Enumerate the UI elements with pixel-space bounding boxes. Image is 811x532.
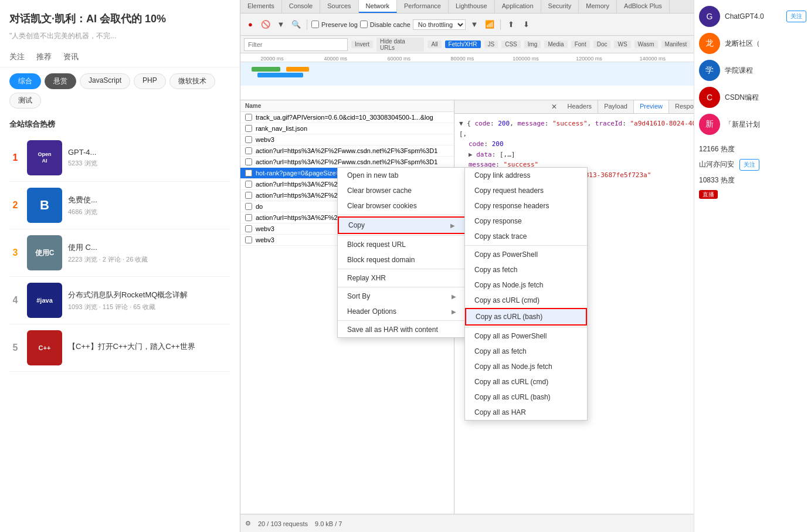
detail-tab-payload[interactable]: Payload <box>598 100 634 113</box>
req-cb-6[interactable] <box>245 170 252 177</box>
wifi-icon[interactable]: 📶 <box>483 18 496 31</box>
hot-item-2[interactable]: 2 B 免费使... 4686 浏览 <box>9 182 230 229</box>
clear-button[interactable]: 🚫 <box>259 18 272 31</box>
follow-shandong-btn[interactable]: 关注 <box>739 159 759 171</box>
upload-icon[interactable]: ⬆ <box>505 18 518 31</box>
filter-tab-test[interactable]: 测试 <box>9 93 41 109</box>
filter-badge-css[interactable]: CSS <box>501 40 521 48</box>
detail-close-btn[interactable]: ✕ <box>547 100 562 113</box>
sub-copy-curl-bash[interactable]: Copy as cURL (bash) <box>465 308 587 326</box>
detail-tab-preview[interactable]: Preview <box>634 100 669 113</box>
json-expand-data[interactable]: ▶ <box>469 151 473 158</box>
filter-badge-hide-data[interactable]: Hide data URLs <box>376 38 424 52</box>
req-cb-9[interactable] <box>245 203 252 210</box>
sub-copy-resp-headers[interactable]: Copy response headers <box>465 198 587 214</box>
sub-copy-req-headers[interactable]: Copy request headers <box>465 183 587 198</box>
disable-cache-input[interactable] <box>360 21 368 28</box>
filter-badge-media[interactable]: Media <box>544 40 567 48</box>
hot-item-5[interactable]: 5 C++ 【C++】打开C++大门，踏入C++世界 <box>9 324 230 372</box>
ctx-block-domain[interactable]: Block request domain <box>338 252 466 267</box>
nav-recommend[interactable]: 推荐 <box>36 52 52 62</box>
download-icon[interactable]: ⬇ <box>520 18 533 31</box>
search-button[interactable]: 🔍 <box>290 18 303 31</box>
req-cb-12[interactable] <box>245 236 252 243</box>
filter-tab-zonghe[interactable]: 综合 <box>9 73 41 89</box>
sub-copy-nodejs-fetch[interactable]: Copy as Node.js fetch <box>465 277 587 293</box>
tab-lighthouse[interactable]: Lighthouse <box>449 0 495 13</box>
filter-badge-js[interactable]: JS <box>484 40 498 48</box>
tab-console[interactable]: Console <box>282 0 320 13</box>
filter-badge-font[interactable]: Font <box>571 40 590 48</box>
detail-tab-headers[interactable]: Headers <box>562 100 599 113</box>
hot-item-1[interactable]: 1 OpenAI GPT-4... 5233 浏览 <box>9 134 230 182</box>
sub-copy-all-nodejs[interactable]: Copy all as Node.js fetch <box>465 359 587 374</box>
sub-copy-fetch[interactable]: Copy as fetch <box>465 262 587 277</box>
sub-copy-response[interactable]: Copy response <box>465 214 587 229</box>
req-item-3[interactable]: webv3 <box>240 134 454 145</box>
req-item-4[interactable]: action?url=https%3A%2F%2Fwww.csdn.net%2F… <box>240 145 454 157</box>
json-expand-root[interactable]: ▼ <box>459 120 463 127</box>
follow-chatgpt-btn[interactable]: 关注 <box>786 11 806 22</box>
tab-sources[interactable]: Sources <box>320 0 358 13</box>
ctx-block-url[interactable]: Block request URL <box>338 237 466 252</box>
filter-tab-xuanshang[interactable]: 悬赏 <box>45 73 76 89</box>
sub-copy-link[interactable]: Copy link address <box>465 168 587 183</box>
req-cb-7[interactable] <box>245 181 252 188</box>
hot-item-4[interactable]: 4 #java 分布式消息队列RocketMQ概念详解 1093 浏览 · 11… <box>9 277 230 324</box>
tab-application[interactable]: Application <box>495 0 541 13</box>
req-cb-4[interactable] <box>245 147 252 154</box>
req-cb-3[interactable] <box>245 136 252 143</box>
filter-tab-js[interactable]: JavaScript <box>80 73 130 89</box>
req-cb-10[interactable] <box>245 214 252 221</box>
tab-adblock[interactable]: AdBlock Plus <box>617 0 670 13</box>
req-item-2[interactable]: rank_nav_list.json <box>240 123 454 134</box>
tab-security[interactable]: Security <box>541 0 579 13</box>
filter-badge-invert[interactable]: Invert <box>351 40 373 48</box>
hot-item-3[interactable]: 3 使用C 使用 C... 2223 浏览 · 2 评论 · 26 收藏 <box>9 229 230 277</box>
req-cb-2[interactable] <box>245 125 252 132</box>
filter-badge-doc[interactable]: Doc <box>593 40 611 48</box>
filter-badge-ws[interactable]: WS <box>614 40 630 48</box>
filter-badge-fetch[interactable]: Fetch/XHR <box>445 40 481 48</box>
sub-copy-all-curl-bash[interactable]: Copy all as cURL (bash) <box>465 389 587 405</box>
ctx-open-new-tab[interactable]: Open in new tab <box>338 168 466 183</box>
filter-badge-img[interactable]: Img <box>524 40 541 48</box>
filter-badge-wasm[interactable]: Wasm <box>634 40 658 48</box>
throttling-select[interactable]: No throttling <box>413 19 466 30</box>
filter-badge-manifest[interactable]: Manifest <box>661 40 691 48</box>
tab-performance[interactable]: Performance <box>397 0 449 13</box>
sub-copy-curl-cmd[interactable]: Copy as cURL (cmd) <box>465 293 587 308</box>
tab-memory[interactable]: Memory <box>579 0 617 13</box>
tab-elements[interactable]: Elements <box>240 0 282 13</box>
nav-news[interactable]: 资讯 <box>63 52 79 62</box>
preserve-log-checkbox[interactable]: Preserve log <box>311 21 358 28</box>
sub-copy-stack[interactable]: Copy stack trace <box>465 229 587 244</box>
filter-tab-ms[interactable]: 微软技术 <box>169 73 215 89</box>
preserve-log-input[interactable] <box>311 21 319 28</box>
req-cb-8[interactable] <box>245 192 252 199</box>
tab-network[interactable]: Network <box>359 0 397 13</box>
ctx-copy[interactable]: Copy ▶ <box>338 216 466 234</box>
req-cb-1[interactable] <box>245 114 252 121</box>
ctx-sort-by[interactable]: Sort By ▶ <box>338 289 466 304</box>
sub-copy-all-powershell[interactable]: Copy all as PowerShell <box>465 328 587 344</box>
throttling-dropdown[interactable]: ▼ <box>468 18 481 31</box>
sub-copy-all-fetch[interactable]: Copy all as fetch <box>465 344 587 359</box>
disable-cache-checkbox[interactable]: Disable cache <box>360 21 410 28</box>
nav-follow[interactable]: 关注 <box>9 52 25 62</box>
req-cb-11[interactable] <box>245 225 252 232</box>
filter-input[interactable] <box>244 38 348 51</box>
ctx-clear-cache[interactable]: Clear browser cache <box>338 183 466 198</box>
req-item-5[interactable]: action?url=https%3A%2F%2Fwww.csdn.net%2F… <box>240 157 454 168</box>
filter-tab-php[interactable]: PHP <box>134 73 166 89</box>
ctx-header-options[interactable]: Header Options ▶ <box>338 304 466 319</box>
req-item-1[interactable]: track_ua.gif?APIVersion=0.6.0&cid=10_303… <box>240 112 454 123</box>
ctx-clear-cookies[interactable]: Clear browser cookies <box>338 198 466 214</box>
ctx-save-har[interactable]: Save all as HAR with content <box>338 322 466 337</box>
filter-icon[interactable]: ▼ <box>274 18 287 31</box>
record-button[interactable]: ● <box>244 18 257 31</box>
sub-copy-all-har[interactable]: Copy all as HAR <box>465 405 587 420</box>
sub-copy-all-curl-cmd[interactable]: Copy all as cURL (cmd) <box>465 374 587 389</box>
sub-copy-powershell[interactable]: Copy as PowerShell <box>465 247 587 262</box>
ctx-replay-xhr[interactable]: Replay XHR <box>338 270 466 286</box>
